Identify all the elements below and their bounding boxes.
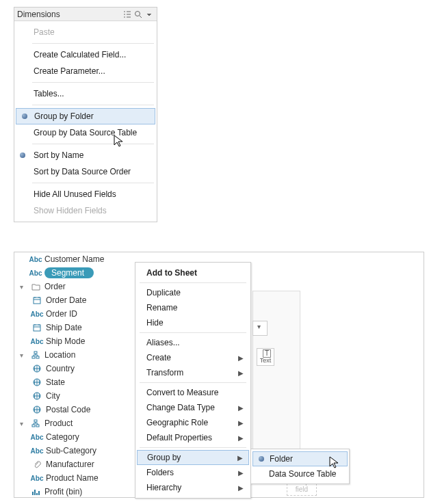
- list-view-icon[interactable]: [122, 10, 132, 19]
- field-row[interactable]: ▾Order: [14, 280, 135, 293]
- folder-icon: [31, 283, 40, 291]
- submenu-item[interactable]: Data Source Table: [251, 466, 349, 481]
- menu-item-label: Rename: [146, 303, 177, 313]
- menu-item-label: Convert to Measure: [146, 388, 218, 397]
- submenu-arrow-icon: ▶: [238, 484, 244, 492]
- menu-item-label: Paste: [34, 27, 55, 37]
- text-type-icon: Abc: [29, 269, 42, 277]
- menu-separator: [32, 82, 154, 83]
- field-row[interactable]: ▾Location: [14, 348, 135, 362]
- field-row[interactable]: Ship Date: [14, 321, 135, 334]
- context-menu-item[interactable]: Group by▶: [137, 450, 249, 465]
- context-menu-item[interactable]: Change Data Type▶: [135, 400, 250, 415]
- expand-caret-icon[interactable]: ▾: [20, 352, 27, 359]
- text-type-icon: Abc: [31, 338, 44, 345]
- field-row[interactable]: Manufacturer: [14, 457, 135, 471]
- expand-caret-icon[interactable]: ▾: [20, 283, 27, 291]
- menu-item[interactable]: Sort by Data Source Order: [14, 163, 157, 180]
- menu-item[interactable]: Create Calculated Field...: [14, 47, 157, 63]
- menu-item-label: Group by Folder: [34, 111, 94, 121]
- menu-item-label: Change Data Type: [146, 403, 215, 412]
- field-label: Ship Date: [46, 323, 82, 332]
- hierarchy-icon: [31, 351, 40, 359]
- field-label: Order ID: [46, 309, 77, 319]
- menu-item[interactable]: Group by Data Source Table: [14, 124, 157, 141]
- field-row[interactable]: AbcSub-Category: [14, 444, 135, 457]
- search-icon[interactable]: [133, 10, 143, 19]
- menu-item-label: Group by: [147, 453, 181, 462]
- submenu-arrow-icon: ▶: [238, 404, 244, 412]
- field-row[interactable]: State: [14, 375, 135, 389]
- menu-item[interactable]: Create Parameter...: [14, 63, 157, 79]
- context-menu-item[interactable]: Default Properties▶: [135, 430, 250, 445]
- field-row[interactable]: AbcCustomer Name: [14, 252, 135, 266]
- histogram-icon: [31, 488, 40, 496]
- dropdown-icon[interactable]: [144, 10, 154, 19]
- menu-item-label: Tables...: [34, 89, 64, 98]
- menu-item-label: Hierarchy: [146, 483, 181, 492]
- context-menu-item[interactable]: Hierarchy▶: [135, 480, 250, 495]
- context-menu-item[interactable]: Geographic Role▶: [135, 415, 250, 430]
- field-label: Manufacturer: [46, 460, 94, 469]
- field-row[interactable]: City: [14, 389, 135, 403]
- submenu-arrow-icon: ▶: [237, 454, 243, 462]
- context-menu-item[interactable]: Duplicate: [135, 285, 250, 300]
- fields-sidebar: AbcCustomer NameAbcSegment▾OrderOrder Da…: [14, 252, 135, 497]
- field-label: Country: [46, 364, 75, 373]
- dimensions-panel: Dimensions PasteCreate Calculated Field.…: [14, 7, 157, 222]
- field-label: Order: [44, 282, 66, 291]
- context-menu-item[interactable]: Aliases...: [135, 335, 250, 350]
- context-menu-item[interactable]: Transform▶: [135, 365, 250, 380]
- field-row[interactable]: AbcProduct Name: [14, 471, 135, 485]
- menu-item-label: Create Calculated Field...: [34, 50, 126, 59]
- dropdown-control[interactable]: [252, 321, 268, 336]
- expand-caret-icon[interactable]: ▾: [20, 420, 27, 427]
- submenu-arrow-icon: ▶: [238, 469, 244, 477]
- field-row[interactable]: AbcOrder ID: [14, 307, 135, 321]
- context-menu-item[interactable]: Create▶: [135, 350, 250, 365]
- radio-indicator-icon: [20, 152, 25, 158]
- field-row[interactable]: AbcShip Mode: [14, 334, 135, 348]
- menu-item[interactable]: Group by Folder: [16, 108, 155, 124]
- menu-item-label: Sort by Name: [34, 150, 83, 160]
- field-row[interactable]: Profit (bin): [14, 485, 135, 499]
- menu-item-label: Folders: [146, 468, 174, 477]
- svg-rect-4: [32, 356, 35, 358]
- globe-icon: [33, 378, 41, 386]
- calendar-icon: [33, 323, 41, 332]
- text-mark-button[interactable]: Text: [257, 348, 274, 366]
- menu-separator: [140, 447, 246, 448]
- svg-rect-2: [34, 325, 40, 331]
- menu-item-label: Show Hidden Fields: [34, 206, 107, 215]
- paperclip-icon: [33, 460, 41, 468]
- field-label: Postal Code: [46, 405, 90, 414]
- context-menu-item[interactable]: Convert to Measure: [135, 385, 250, 400]
- submenu-arrow-icon: ▶: [238, 369, 244, 377]
- context-menu-item[interactable]: Add to Sheet: [135, 265, 250, 280]
- field-label: Location: [44, 350, 75, 360]
- context-menu-item[interactable]: Rename: [135, 300, 250, 315]
- submenu-arrow-icon: ▶: [238, 434, 244, 442]
- menu-item-label: Add to Sheet: [146, 268, 197, 278]
- context-menu-item[interactable]: Hide: [135, 315, 250, 330]
- submenu-item[interactable]: Folder: [252, 451, 348, 466]
- field-label: Customer Name: [44, 254, 104, 264]
- menu-item[interactable]: Hide All Unused Fields: [14, 186, 157, 202]
- field-row[interactable]: ▾Product: [14, 416, 135, 430]
- menu-item[interactable]: Sort by Name: [14, 147, 157, 163]
- globe-icon: [33, 392, 41, 400]
- field-row[interactable]: AbcSegment: [14, 266, 135, 280]
- menu-item: Paste: [14, 24, 157, 40]
- svg-point-0: [135, 11, 140, 16]
- menu-separator: [32, 144, 154, 144]
- field-row[interactable]: Postal Code: [14, 403, 135, 416]
- field-row[interactable]: Order Date: [14, 293, 135, 307]
- menu-item-label: Hide All Unused Fields: [34, 189, 116, 199]
- text-type-icon: Abc: [31, 310, 44, 318]
- context-menu-item[interactable]: Folders▶: [135, 465, 250, 480]
- field-row[interactable]: AbcCategory: [14, 430, 135, 444]
- menu-item[interactable]: Tables...: [14, 85, 157, 102]
- field-row[interactable]: Country: [14, 362, 135, 375]
- menu-item-label: Duplicate: [146, 288, 181, 297]
- globe-icon: [33, 406, 41, 414]
